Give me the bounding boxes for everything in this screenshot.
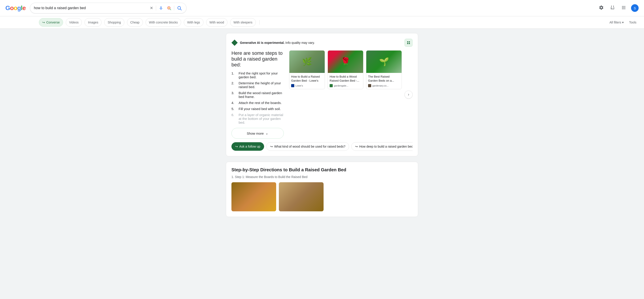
tab-legs[interactable]: With legs xyxy=(184,18,204,26)
ai-steps: Here are some steps to build a raised ga… xyxy=(232,50,284,139)
search-tabs: ↪ Converse Videos Images Shopping Cheap … xyxy=(0,16,644,29)
gardengate-favicon xyxy=(330,84,333,87)
gardenary-favicon xyxy=(368,84,371,87)
svg-line-1 xyxy=(170,9,171,10)
svg-rect-8 xyxy=(407,43,408,44)
lowes-favicon xyxy=(291,84,294,87)
ai-card-3-image: 🌱 xyxy=(366,50,402,73)
ai-grid-button[interactable] xyxy=(404,39,412,47)
followup-depth-button[interactable]: ↪ How deep to build a raised garden bed? xyxy=(351,142,412,151)
step-images xyxy=(232,182,412,211)
ai-card-2-source-label: gardengate... xyxy=(334,84,348,87)
step-5-num: 5. xyxy=(232,107,237,111)
ai-notice-suffix: Info quality may vary. xyxy=(285,41,314,44)
search-divider-2 xyxy=(174,6,174,10)
ai-card-3-source: gardenary.co... xyxy=(368,84,400,87)
search-icon xyxy=(177,6,182,10)
tab-shopping-label: Shopping xyxy=(108,20,121,24)
tools-label: Tools xyxy=(629,20,636,24)
image-search-button[interactable] xyxy=(166,5,172,11)
carousel-next-button[interactable]: › xyxy=(404,90,412,98)
step-5: 5. Fill your raised bed with soil. xyxy=(232,107,284,111)
ai-answer-box: Generative AI is experimental. Info qual… xyxy=(226,33,418,156)
header-right: S xyxy=(598,4,639,12)
ask-followup-icon: ↪ xyxy=(235,145,238,148)
svg-rect-5 xyxy=(612,8,612,8)
svg-point-2 xyxy=(168,8,170,8)
avatar[interactable]: S xyxy=(631,4,639,12)
step-3: 3. Build the wood raised garden bed fram… xyxy=(232,91,284,98)
ai-card-2-body: How to Build a Wood Raised Garden Bed -.… xyxy=(328,73,363,89)
ai-card-3-title: The Best Raised Garden Beds on a... xyxy=(368,75,400,83)
search-bar: how to build a raised garden bed ✕ xyxy=(30,3,186,14)
svg-rect-6 xyxy=(407,41,408,42)
tab-concrete[interactable]: With concrete blocks xyxy=(146,18,181,26)
tools-button[interactable]: Tools xyxy=(627,19,639,26)
step-5-text: Fill your raised bed with soil. xyxy=(238,107,281,111)
ai-diamond-icon xyxy=(232,40,238,46)
labs-icon xyxy=(610,5,615,10)
step-4-text: Attach the rest of the boards. xyxy=(238,101,282,105)
apps-button[interactable] xyxy=(620,4,628,12)
step-6: 6. Put a layer of organic material at th… xyxy=(232,113,284,124)
ai-card-1-body: How to Build a Raised Garden Bed - Lowe'… xyxy=(289,73,325,89)
ai-card-1-title: How to Build a Raised Garden Bed - Lowe'… xyxy=(291,75,323,83)
step-1: 1. Find the right spot for your garden b… xyxy=(232,71,284,79)
ai-card-3-body: The Best Raised Garden Beds on a... gard… xyxy=(366,73,402,89)
ai-card-1-image: 🌿 xyxy=(289,50,325,73)
followup-depth-icon: ↪ xyxy=(355,145,358,148)
svg-line-4 xyxy=(180,9,182,10)
ai-card-3[interactable]: 🌱 The Best Raised Garden Beds on a... ga… xyxy=(366,50,402,89)
tab-images[interactable]: Images xyxy=(84,18,102,26)
settings-button[interactable] xyxy=(598,4,605,12)
followup-wood-button[interactable]: ↪ What kind of wood should be used for r… xyxy=(266,142,349,151)
step-1-text: Find the right spot for your garden bed. xyxy=(238,71,284,79)
step-section-subtitle: 1. Step 1: Measure the Boards to Build t… xyxy=(232,175,412,179)
ai-card-2-source: gardengate... xyxy=(330,84,361,87)
ask-followup-button[interactable]: ↪ Ask a follow up xyxy=(232,142,264,151)
step-1-num: 1. xyxy=(232,71,237,75)
show-more-button[interactable]: Show more ⌄ xyxy=(232,128,284,139)
google-logo[interactable]: Google xyxy=(5,4,26,12)
step-3-num: 3. xyxy=(232,91,237,95)
tab-converse-label: Converse xyxy=(46,20,60,24)
converse-arrow-icon: ↪ xyxy=(42,20,45,24)
clear-button[interactable]: ✕ xyxy=(149,5,154,12)
search-submit-button[interactable] xyxy=(176,5,183,12)
tab-wood-label: With wood xyxy=(210,20,224,24)
all-filters-button[interactable]: All filters ▾ xyxy=(607,19,626,26)
svg-rect-7 xyxy=(409,41,410,42)
step-3-text: Build the wood raised garden bed frame. xyxy=(238,91,284,98)
tab-shopping[interactable]: Shopping xyxy=(104,18,124,26)
step-2-num: 2. xyxy=(232,81,237,85)
show-more-label: Show more xyxy=(247,132,264,135)
svg-rect-9 xyxy=(409,43,410,44)
tab-legs-label: With legs xyxy=(187,20,200,24)
ai-card-2[interactable]: 🌹 How to Build a Wood Raised Garden Bed … xyxy=(328,50,363,89)
tab-cheap[interactable]: Cheap xyxy=(127,18,143,26)
step-2-text: Determine the height of your raised bed. xyxy=(238,81,284,89)
ai-notice: Generative AI is experimental. Info qual… xyxy=(240,41,315,44)
apps-icon xyxy=(621,5,626,10)
tab-sleepers-label: With sleepers xyxy=(234,20,252,24)
all-filters-label: All filters xyxy=(609,20,621,24)
labs-button[interactable] xyxy=(609,4,616,12)
tab-cheap-label: Cheap xyxy=(130,20,140,24)
tab-images-label: Images xyxy=(88,20,98,24)
tab-sleepers[interactable]: With sleepers xyxy=(230,18,256,26)
ai-card-1[interactable]: 🌿 How to Build a Raised Garden Bed - Low… xyxy=(289,50,325,89)
step-6-text: Put a layer of organic material at the b… xyxy=(238,113,284,124)
ai-card-3-source-label: gardenary.co... xyxy=(372,84,389,87)
search-divider xyxy=(156,6,156,10)
filter-chevron-icon: ▾ xyxy=(622,20,624,24)
tab-videos[interactable]: Videos xyxy=(66,18,82,26)
step-6-num: 6. xyxy=(232,113,237,117)
tab-converse[interactable]: ↪ Converse xyxy=(39,18,63,26)
tab-wood[interactable]: With wood xyxy=(206,18,228,26)
search-input[interactable]: how to build a raised garden bed xyxy=(34,6,147,10)
voice-search-button[interactable] xyxy=(158,5,164,11)
step-image-2 xyxy=(279,182,324,211)
ai-header: Generative AI is experimental. Info qual… xyxy=(232,39,412,47)
ai-notice-bold: Generative AI is experimental. xyxy=(240,41,284,44)
chevron-right-icon: › xyxy=(408,92,409,97)
